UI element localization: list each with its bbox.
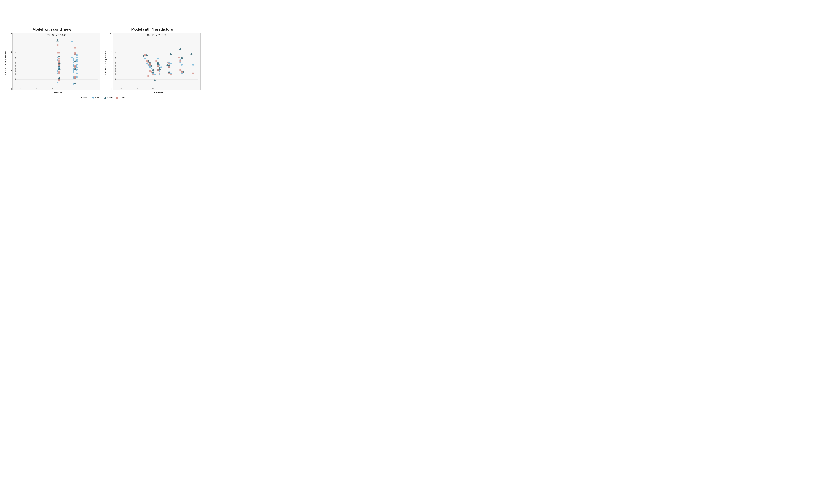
legend-fold2: Fold2 xyxy=(104,96,113,99)
svg-point-172 xyxy=(157,58,159,59)
svg-rect-103 xyxy=(58,72,60,74)
svg-point-180 xyxy=(170,63,171,64)
svg-point-184 xyxy=(181,64,183,66)
svg-rect-233 xyxy=(192,72,194,74)
svg-rect-105 xyxy=(74,47,76,48)
plot-svg-2: 2030405060CV SSE = 3910.31 xyxy=(113,33,200,90)
svg-rect-100 xyxy=(58,62,60,63)
svg-point-50 xyxy=(57,57,58,58)
svg-rect-232 xyxy=(181,71,183,73)
svg-point-51 xyxy=(57,59,58,61)
svg-text:20: 20 xyxy=(120,88,122,90)
svg-point-71 xyxy=(76,54,77,56)
svg-text:40: 40 xyxy=(152,88,154,90)
svg-text:CV SSE = 3910.31: CV SSE = 3910.31 xyxy=(147,34,166,36)
y-ticks-2: 20100-10 xyxy=(108,33,113,90)
svg-rect-225 xyxy=(168,63,170,64)
svg-point-75 xyxy=(76,64,77,66)
svg-point-169 xyxy=(151,68,152,69)
svg-point-61 xyxy=(73,59,74,61)
y-tick-1-10: 10 xyxy=(9,51,12,53)
y-tick-2-0: 0 xyxy=(111,69,112,72)
chart-wrapper-2: Model with 4 predictorsPrediction error … xyxy=(104,27,201,94)
y-ticks-1: 20100-10 xyxy=(7,33,12,90)
fold2-label: Fold2 xyxy=(107,96,113,99)
svg-rect-104 xyxy=(58,79,60,81)
svg-point-77 xyxy=(76,69,77,71)
fold2-icon xyxy=(104,96,107,99)
svg-rect-228 xyxy=(170,74,171,75)
chart-area-1: Prediction error (residual)20100-1020304… xyxy=(3,33,100,94)
y-tick-2-10: 10 xyxy=(110,51,112,53)
svg-point-58 xyxy=(71,41,73,42)
svg-rect-224 xyxy=(167,62,168,63)
svg-point-235 xyxy=(92,97,94,99)
svg-rect-229 xyxy=(178,57,179,58)
svg-point-64 xyxy=(73,65,74,67)
svg-rect-218 xyxy=(151,71,152,73)
svg-rect-213 xyxy=(147,62,149,63)
svg-rect-98 xyxy=(58,58,60,59)
y-tick-1--10: -10 xyxy=(9,88,12,90)
x-axis-label-1: Predicted xyxy=(17,91,100,94)
svg-text:30: 30 xyxy=(136,88,138,90)
svg-point-166 xyxy=(147,64,149,66)
svg-point-57 xyxy=(57,82,58,83)
svg-text:60: 60 xyxy=(84,88,86,90)
svg-rect-221 xyxy=(157,65,159,67)
svg-rect-222 xyxy=(157,69,159,71)
svg-text:30: 30 xyxy=(36,88,38,90)
svg-point-66 xyxy=(73,69,74,71)
svg-rect-97 xyxy=(58,52,60,53)
chart-area-2: Prediction error (residual)20100-1020304… xyxy=(104,33,201,94)
fold3-label: Fold3 xyxy=(119,96,125,99)
svg-point-78 xyxy=(76,72,77,74)
svg-rect-226 xyxy=(168,66,170,68)
svg-rect-230 xyxy=(179,60,181,62)
svg-point-59 xyxy=(71,57,73,58)
svg-point-55 xyxy=(57,70,58,72)
legend-fold3: Fold3 xyxy=(116,96,125,99)
chart-inner-1: 20100-102030405060CV SSE = 7598.87Predic… xyxy=(7,33,100,94)
fold3-icon xyxy=(116,96,119,99)
svg-rect-96 xyxy=(57,52,58,53)
svg-rect-216 xyxy=(149,64,151,66)
svg-point-173 xyxy=(159,64,160,66)
plot-svg-1: 2030405060CV SSE = 7598.87 xyxy=(13,33,100,90)
svg-point-176 xyxy=(160,66,162,68)
svg-point-186 xyxy=(192,64,194,66)
svg-point-168 xyxy=(149,66,151,68)
svg-text:CV SSE = 7598.87: CV SSE = 7598.87 xyxy=(47,34,66,36)
svg-rect-109 xyxy=(74,66,76,68)
svg-point-56 xyxy=(57,72,58,74)
svg-rect-212 xyxy=(146,60,147,62)
chart-title-2: Model with 4 predictors xyxy=(131,27,173,32)
svg-rect-219 xyxy=(152,74,154,75)
svg-rect-101 xyxy=(58,64,60,66)
legend-container: CV Fold Fold1 Fold2 Fold3 xyxy=(79,96,125,99)
svg-point-165 xyxy=(146,63,147,64)
chart-title-1: Model with cond_new xyxy=(32,27,71,32)
fold1-label: Fold1 xyxy=(95,96,101,99)
y-tick-2-20: 20 xyxy=(110,33,112,35)
svg-rect-214 xyxy=(147,75,149,77)
y-tick-1-0: 0 xyxy=(11,69,12,72)
y-axis-label-2: Prediction error (residual) xyxy=(104,33,107,94)
svg-point-174 xyxy=(159,70,160,72)
svg-rect-211 xyxy=(144,54,146,56)
svg-point-62 xyxy=(73,62,74,63)
legend-title: CV Fold xyxy=(79,96,87,99)
legend-fold1: Fold1 xyxy=(92,96,101,99)
plot-container-1: 2030405060CV SSE = 7598.87 xyxy=(12,33,100,90)
svg-point-76 xyxy=(76,66,77,68)
y-axis-label-1: Prediction error (residual) xyxy=(3,33,7,94)
svg-rect-220 xyxy=(155,60,157,62)
fold1-icon xyxy=(92,96,94,99)
svg-point-164 xyxy=(144,58,146,59)
svg-point-70 xyxy=(73,83,74,85)
svg-point-67 xyxy=(73,71,74,73)
svg-point-171 xyxy=(154,74,155,75)
y-tick-2--10: -10 xyxy=(109,88,112,90)
chart-inner-2: 20100-102030405060CV SSE = 3910.31Predic… xyxy=(108,33,201,94)
svg-rect-231 xyxy=(179,69,181,71)
